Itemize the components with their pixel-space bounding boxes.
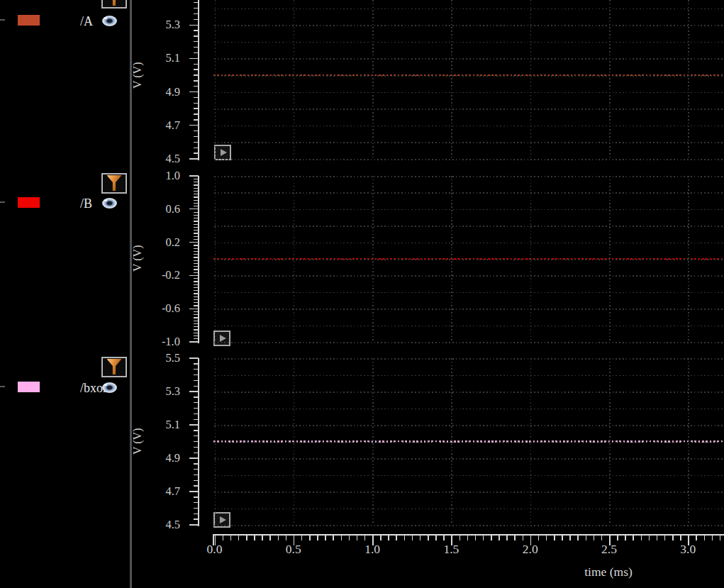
time-axis-minor-tick (641, 535, 642, 540)
y-tick-label: 5.5 (138, 353, 180, 364)
time-axis-minor-tick (491, 535, 492, 540)
gridline-horizontal (214, 375, 724, 377)
gridline-vertical (372, 358, 374, 525)
signal-name[interactable]: /B (80, 196, 92, 211)
time-axis-minor-tick (569, 535, 571, 540)
y-axis-major-tick (189, 524, 199, 525)
time-axis-minor-tick (357, 535, 358, 540)
y-axis-minor-tick (194, 97, 199, 98)
y-axis-minor-tick (194, 396, 199, 397)
y-axis-minor-tick (194, 419, 199, 420)
time-axis-minor-tick (309, 535, 311, 540)
y-axis-minor-tick (194, 514, 199, 514)
filter-funnel-icon[interactable] (101, 0, 127, 9)
gridline-horizontal (214, 492, 724, 493)
time-axis-minor-tick (333, 535, 334, 540)
time-axis-minor-tick (577, 535, 579, 540)
time-axis-minor-tick (712, 535, 713, 540)
gridline-horizontal (214, 292, 724, 294)
y-axis-major-tick (189, 491, 199, 492)
y-axis-minor-tick (194, 480, 199, 481)
signal-color-swatch[interactable] (18, 197, 40, 208)
visibility-eye-icon[interactable] (102, 16, 117, 26)
y-axis-minor-tick (194, 305, 199, 306)
gridline-horizontal (214, 475, 724, 477)
y-axis-major-tick (189, 357, 199, 358)
y-axis-major-tick (189, 309, 199, 309)
gridline-horizontal (214, 58, 724, 60)
time-axis-minor-tick (380, 535, 382, 540)
gridline-vertical (372, 0, 374, 159)
time-axis-minor-tick (546, 535, 547, 540)
y-axis-title: V (V) (131, 407, 150, 475)
gridline-vertical (294, 358, 295, 525)
signal-color-swatch[interactable] (18, 15, 40, 26)
y-axis-minor-tick (194, 152, 199, 153)
y-axis-minor-tick (194, 2, 199, 3)
y-axis-minor-tick (194, 8, 199, 9)
marker-play-icon[interactable] (214, 145, 231, 160)
gridline-horizontal (214, 442, 724, 443)
y-axis-minor-tick (194, 447, 199, 448)
y-axis-minor-tick (194, 408, 199, 409)
y-axis-minor-tick (194, 335, 199, 336)
time-axis-minor-tick (594, 535, 595, 540)
gridline-horizontal (214, 9, 724, 10)
y-axis-major-tick (189, 275, 199, 276)
time-axis-minor-tick (680, 535, 681, 540)
time-axis-minor-tick (523, 535, 524, 540)
y-axis-minor-tick (194, 475, 199, 475)
time-axis-minor-tick (301, 535, 303, 540)
y-axis-minor-tick (194, 179, 199, 179)
y-axis-major-tick (189, 424, 199, 425)
y-tick-label: 5.1 (138, 52, 180, 64)
y-axis-line (198, 358, 199, 526)
y-axis-minor-tick (194, 194, 199, 194)
gridline-horizontal (214, 209, 724, 211)
y-axis-minor-tick (194, 182, 199, 182)
time-axis: time (ms) 0.00.51.01.52.02.53.0 (132, 532, 724, 588)
y-tick-label: 4.7 (138, 120, 180, 131)
gridline-vertical (451, 0, 452, 159)
y-axis-minor-tick (194, 302, 199, 303)
y-axis-minor-tick (194, 188, 199, 189)
marker-play-icon[interactable] (213, 331, 230, 346)
y-axis-minor-tick (194, 221, 199, 221)
y-axis-minor-tick (194, 41, 199, 42)
gridline-horizontal (214, 392, 724, 393)
time-axis-minor-tick (349, 535, 350, 540)
visibility-eye-icon[interactable] (102, 382, 117, 393)
y-axis-minor-tick (194, 314, 199, 315)
signal-name[interactable]: /A (80, 13, 93, 29)
gridline-horizontal (214, 92, 724, 94)
y-axis-minor-tick (194, 212, 199, 213)
time-axis-minor-tick (720, 535, 721, 540)
y-tick-label: -1.0 (138, 336, 180, 348)
y-axis-minor-tick (194, 191, 199, 192)
y-axis-major-tick (189, 242, 199, 243)
y-axis-minor-tick (194, 233, 199, 233)
y-axis-minor-tick (194, 52, 199, 53)
gridline-horizontal (214, 126, 724, 127)
signal-color-swatch[interactable] (18, 382, 40, 392)
gridline-horizontal (214, 458, 724, 460)
y-axis-minor-tick (194, 251, 199, 252)
filter-funnel-icon[interactable] (101, 173, 127, 194)
time-axis-minor-tick (388, 535, 389, 540)
y-axis-major-tick (189, 25, 199, 26)
time-axis-minor-tick (238, 535, 240, 540)
time-axis-minor-tick (506, 535, 508, 540)
gridline-vertical (215, 0, 216, 159)
y-axis-minor-tick (194, 436, 199, 436)
filter-funnel-icon[interactable] (101, 357, 127, 377)
gridline-vertical (688, 176, 689, 342)
y-axis-minor-tick (194, 148, 199, 148)
gridline-vertical (215, 358, 216, 525)
y-tick-label: -0.6 (138, 303, 180, 314)
y-axis-minor-tick (194, 269, 199, 270)
gridline-horizontal (214, 259, 724, 260)
time-axis-minor-tick (223, 535, 224, 540)
y-axis-minor-tick (194, 485, 199, 486)
y-axis-minor-tick (194, 326, 199, 327)
visibility-eye-icon[interactable] (102, 198, 117, 209)
